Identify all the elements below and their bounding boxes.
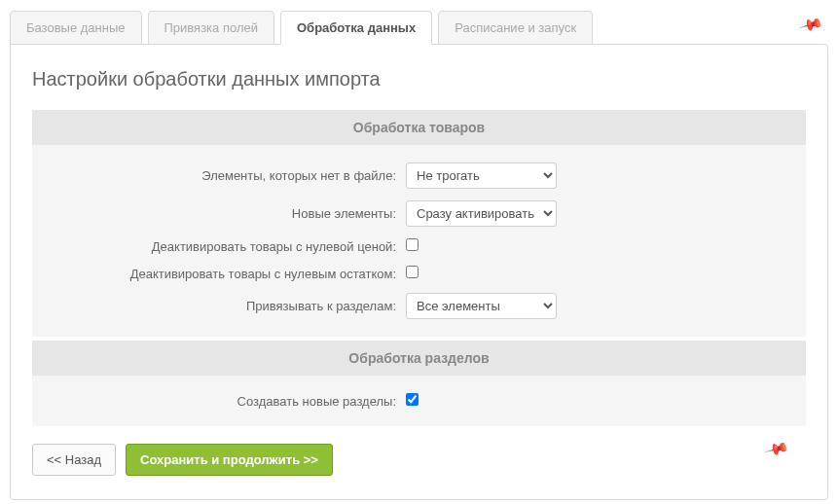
main-panel: Настройки обработки данных импорта Обраб… <box>10 44 828 500</box>
section-products: Обработка товаров Элементы, которых нет … <box>32 110 806 337</box>
tabs: Базовые данные Привязка полей Обработка … <box>10 10 828 44</box>
pin-icon[interactable]: 📌 <box>764 436 790 461</box>
label-deactivate-zero-price: Деактивировать товары с нулевой ценой: <box>46 239 406 254</box>
section-products-header: Обработка товаров <box>32 110 806 145</box>
select-missing-elements[interactable]: Не трогать <box>406 162 557 189</box>
tab-schedule[interactable]: Расписание и запуск <box>438 11 593 45</box>
page-title: Настройки обработки данных импорта <box>32 68 806 90</box>
button-bar: << Назад Сохранить и продолжить >> 📌 <box>32 444 806 476</box>
select-new-elements[interactable]: Сразу активировать <box>406 200 557 227</box>
save-button[interactable]: Сохранить и продолжить >> <box>126 444 333 476</box>
tab-data-processing[interactable]: Обработка данных <box>280 11 432 45</box>
label-missing-elements: Элементы, которых нет в файле: <box>46 168 406 183</box>
section-sections: Обработка разделов Создавать новые разде… <box>32 341 806 426</box>
label-new-elements: Новые элементы: <box>46 206 406 221</box>
tab-basic-data[interactable]: Базовые данные <box>10 11 142 45</box>
label-create-new-sections: Создавать новые разделы: <box>46 394 406 409</box>
back-button[interactable]: << Назад <box>32 444 116 476</box>
label-bind-to-sections: Привязывать к разделам: <box>46 299 406 313</box>
section-sections-header: Обработка разделов <box>32 341 806 376</box>
checkbox-deactivate-zero-price[interactable] <box>406 238 419 251</box>
select-bind-to-sections[interactable]: Все элементы <box>406 293 557 319</box>
checkbox-create-new-sections[interactable] <box>406 393 419 406</box>
checkbox-deactivate-zero-stock[interactable] <box>406 266 419 278</box>
tab-field-binding[interactable]: Привязка полей <box>148 11 274 45</box>
label-deactivate-zero-stock: Деактивировать товары с нулевым остатком… <box>46 267 406 281</box>
